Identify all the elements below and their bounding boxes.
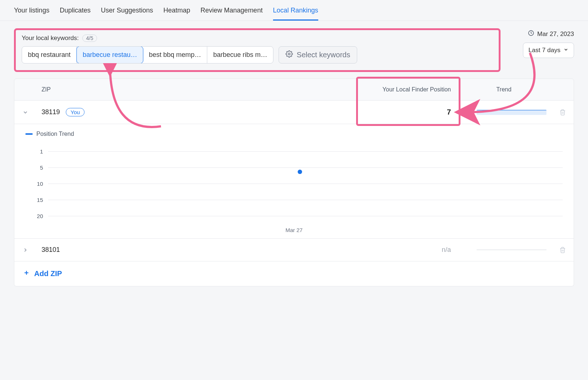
tab-user-suggestions[interactable]: User Suggestions xyxy=(101,0,153,21)
date-range-label: Last 7 days xyxy=(528,47,560,54)
keyword-tab-0[interactable]: bbq restaurant xyxy=(22,47,77,63)
date-range-button[interactable]: Last 7 days xyxy=(523,43,574,58)
trend-cell xyxy=(456,102,552,122)
tab-local-rankings[interactable]: Local Rankings xyxy=(273,0,318,21)
position-value: n/a xyxy=(442,246,451,253)
ytick-label: 1 xyxy=(33,148,43,155)
svg-point-0 xyxy=(288,53,290,55)
select-keywords-button[interactable]: Select keywords xyxy=(279,46,357,64)
position-value: 7 xyxy=(447,108,451,116)
zip-value: 38119 xyxy=(42,108,60,116)
toolbar: Your local keywords: 4/5 bbq restaurant … xyxy=(0,21,588,76)
rankings-panel: ZIP Your Local Finder Position Trend 381… xyxy=(14,79,574,286)
zip-value: 38101 xyxy=(42,246,60,254)
chevron-down-icon xyxy=(563,47,569,54)
delete-row-button[interactable] xyxy=(552,239,574,261)
gear-icon xyxy=(286,50,293,59)
th-position: Your Local Finder Position xyxy=(361,79,456,100)
zip-cell: 38101 xyxy=(36,239,361,261)
legend-swatch xyxy=(25,133,33,135)
add-zip-label: Add ZIP xyxy=(34,269,62,278)
keywords-block: Your local keywords: 4/5 bbq restaurant … xyxy=(14,28,501,72)
ytick-label: 10 xyxy=(33,181,43,187)
row-expand-toggle[interactable] xyxy=(14,240,36,260)
chart-legend: Position Trend xyxy=(25,131,563,137)
you-badge: You xyxy=(66,108,85,116)
xaxis-label: Mar 27 xyxy=(25,224,563,235)
th-trend: Trend xyxy=(456,79,552,100)
ytick-label: 15 xyxy=(33,197,43,203)
legend-label: Position Trend xyxy=(36,131,74,137)
add-zip-button[interactable]: Add ZIP xyxy=(14,261,574,286)
th-zip: ZIP xyxy=(36,79,361,100)
table-row: 38101 n/a xyxy=(14,239,574,261)
date-text: Mar 27, 2023 xyxy=(537,30,574,38)
zip-cell: 38119 You xyxy=(36,101,361,124)
keyword-tab-1[interactable]: barbecue restau… xyxy=(76,46,143,64)
keywords-pill-row: bbq restaurant barbecue restau… best bbq… xyxy=(22,46,493,64)
keyword-tab-2[interactable]: best bbq memp… xyxy=(143,47,207,63)
clock-icon xyxy=(528,30,534,38)
right-controls: Mar 27, 2023 Last 7 days xyxy=(508,28,574,58)
select-keywords-label: Select keywords xyxy=(297,51,350,59)
keyword-tabs: bbq restaurant barbecue restau… best bbq… xyxy=(22,46,273,64)
position-trend-chart: 1 5 10 15 20 xyxy=(33,143,563,224)
chart-data-point xyxy=(298,170,302,174)
top-tabs: Your listings Duplicates User Suggestion… xyxy=(0,0,588,21)
tab-review-management[interactable]: Review Management xyxy=(201,0,263,21)
date-label: Mar 27, 2023 xyxy=(528,30,574,38)
keywords-title: Your local keywords: xyxy=(22,35,79,42)
keywords-count-badge: 4/5 xyxy=(82,35,97,42)
delete-row-button[interactable] xyxy=(552,102,574,123)
tab-duplicates[interactable]: Duplicates xyxy=(60,0,90,21)
keywords-title-row: Your local keywords: 4/5 xyxy=(22,35,493,42)
tab-your-listings[interactable]: Your listings xyxy=(14,0,49,21)
keyword-tab-3[interactable]: barbecue ribs m… xyxy=(207,47,273,63)
tab-heatmap[interactable]: Heatmap xyxy=(164,0,190,21)
trend-cell xyxy=(456,242,552,257)
row-expand-toggle[interactable] xyxy=(14,102,36,123)
ytick-label: 20 xyxy=(33,213,43,219)
table-header: ZIP Your Local Finder Position Trend xyxy=(14,79,574,101)
trend-sparkline xyxy=(477,110,546,115)
ytick-label: 5 xyxy=(33,164,43,171)
trend-sparkline-empty xyxy=(477,250,546,250)
position-cell: n/a xyxy=(361,239,456,261)
chart-area: Position Trend 1 5 10 15 20 Mar 27 xyxy=(14,124,574,239)
table-row: 38119 You 7 xyxy=(14,101,574,124)
position-cell: 7 xyxy=(361,101,456,124)
plus-icon xyxy=(23,269,30,278)
